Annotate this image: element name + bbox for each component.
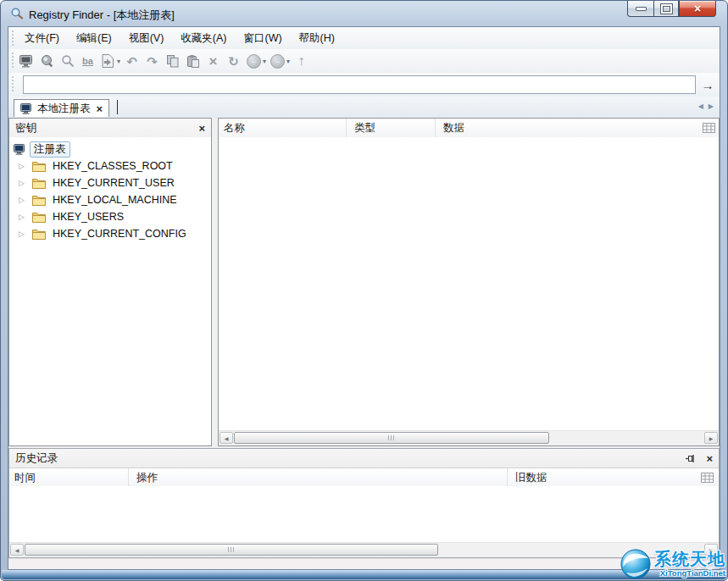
tree-item-hkey-current-user[interactable]: ▷ HKEY_CURRENT_USER [19,174,211,191]
tree-item-hkey-users[interactable]: ▷ HKEY_USERS [19,208,211,225]
export-button[interactable] [98,52,118,71]
expander-icon[interactable]: ▷ [19,196,28,204]
tab-scroll-right-icon[interactable]: ▶ [709,102,714,110]
column-separator[interactable] [346,119,347,137]
column-chooser-icon[interactable] [701,473,714,483]
forward-button-group: → ▾ [268,52,291,71]
history-hscrollbar[interactable]: ◀ ▶ [9,542,719,557]
close-button[interactable]: × [679,1,716,17]
menubar-gripper[interactable] [10,30,16,46]
pin-icon[interactable] [685,453,696,464]
folder-icon [32,229,46,240]
toolbar-gripper[interactable] [10,53,16,69]
refresh-button[interactable]: ↻ [224,52,243,71]
column-old-data[interactable]: 旧数据 [515,471,547,485]
back-button[interactable]: ← [244,52,264,71]
window-controls: × [627,1,716,17]
key-panel-close-icon[interactable]: × [198,123,205,134]
redo-button[interactable]: ↷ [142,52,162,71]
up-button[interactable]: ↑ [292,52,311,71]
replace-button[interactable]: ba [78,52,97,71]
up-icon: ↑ [298,54,305,68]
addressbar-gripper[interactable] [10,76,16,93]
find-next-button[interactable] [58,52,77,71]
value-list-body[interactable] [219,137,719,431]
window-bottom-border [2,570,726,579]
expander-icon[interactable]: ▷ [19,162,28,170]
registry-tree: 注册表 ▷ HKEY_CLASSES_ROOT ▷ [9,137,211,445]
menu-window[interactable]: 窗口(W) [235,30,290,47]
back-icon: ← [247,54,261,69]
history-body[interactable] [9,486,719,543]
tab-local-registry[interactable]: 本地注册表 × [14,99,109,117]
folder-icon [32,178,46,189]
tree-item-hkey-classes-root[interactable]: ▷ HKEY_CLASSES_ROOT [19,158,211,174]
menu-edit[interactable]: 编辑(E) [68,30,120,47]
copy-icon [166,54,180,68]
computer-icon [20,103,33,114]
tab-scroll-left-icon[interactable]: ◀ [698,102,703,110]
column-separator[interactable] [435,119,436,137]
history-close-icon[interactable]: × [706,453,713,464]
tree-root-registry[interactable]: 注册表 [14,141,211,158]
scrollbar-thumb[interactable] [234,432,549,444]
expander-icon[interactable]: ▷ [19,230,28,238]
folder-icon [32,195,46,206]
column-chooser-icon[interactable] [703,123,715,133]
registry-computer-icon [19,55,34,68]
value-list-hscrollbar[interactable]: ◀ ▶ [219,430,719,445]
forward-button[interactable]: → [268,52,287,71]
main-area: 密钥 × 注册表 ▷ [8,118,720,446]
scroll-left-button[interactable]: ◀ [10,544,24,556]
refresh-icon: ↻ [228,55,239,68]
tree-item-label: HKEY_CURRENT_CONFIG [53,228,186,240]
tree-root-label[interactable]: 注册表 [30,141,70,158]
history-title: 历史记录 [15,451,58,466]
registry-computer-button[interactable] [17,52,36,71]
delete-icon: × [209,54,218,69]
value-list-column-header: 名称 类型 数据 [219,119,719,138]
menu-file[interactable]: 文件(F) [16,30,68,47]
scroll-left-button[interactable]: ◀ [220,432,233,444]
tab-close-icon[interactable]: × [97,103,103,114]
column-separator[interactable] [507,468,508,487]
menu-favorites[interactable]: 收藏夹(A) [172,30,235,47]
paste-button[interactable] [183,52,203,71]
app-magnifier-icon [10,7,24,20]
menu-view[interactable]: 视图(V) [120,30,173,47]
go-button[interactable]: → [696,75,720,94]
scroll-left-icon: ◀ [225,435,229,441]
menu-help[interactable]: 帮助(H) [291,30,343,47]
address-bar: → [8,73,720,97]
maximize-button[interactable] [653,1,679,17]
copy-button[interactable] [163,52,182,71]
client-area: 文件(F) 编辑(E) 视图(V) 收藏夹(A) 窗口(W) 帮助(H) [8,26,720,570]
address-input[interactable] [23,75,696,94]
status-strip [8,558,720,569]
undo-button[interactable]: ↶ [122,52,142,71]
paste-icon [186,54,200,68]
title-bar[interactable]: Registry Finder - [本地注册表] × [1,1,727,26]
scrollbar-thumb[interactable] [25,544,438,556]
scroll-right-button[interactable]: ▶ [704,432,718,444]
minimize-button[interactable] [627,1,653,17]
column-operation[interactable]: 操作 [136,471,158,485]
column-type[interactable]: 类型 [354,121,375,136]
expander-icon[interactable]: ▷ [19,179,28,187]
column-separator[interactable] [128,468,129,487]
delete-button[interactable]: × [203,52,223,71]
tree-item-hkey-current-config[interactable]: ▷ HKEY_CURRENT_CONFIG [19,225,211,242]
find-button[interactable] [37,52,57,71]
redo-icon: ↷ [147,55,158,68]
column-name[interactable]: 名称 [224,121,245,136]
app-window: Registry Finder - [本地注册表] × 文件(F) 编辑(E) … [0,0,728,581]
export-button-group: ▾ [98,52,121,71]
key-tree-panel: 密钥 × 注册表 ▷ [8,118,212,446]
history-header: 历史记录 × [9,449,719,468]
tree-item-hkey-local-machine[interactable]: ▷ HKEY_LOCAL_MACHINE [19,191,211,208]
column-data[interactable]: 数据 [443,121,464,136]
expander-icon[interactable]: ▷ [19,213,28,221]
back-button-group: ← ▾ [244,52,267,71]
column-time[interactable]: 时间 [14,471,36,485]
watermark-text: 系统天地 XiTongTianDi.net [654,551,725,578]
